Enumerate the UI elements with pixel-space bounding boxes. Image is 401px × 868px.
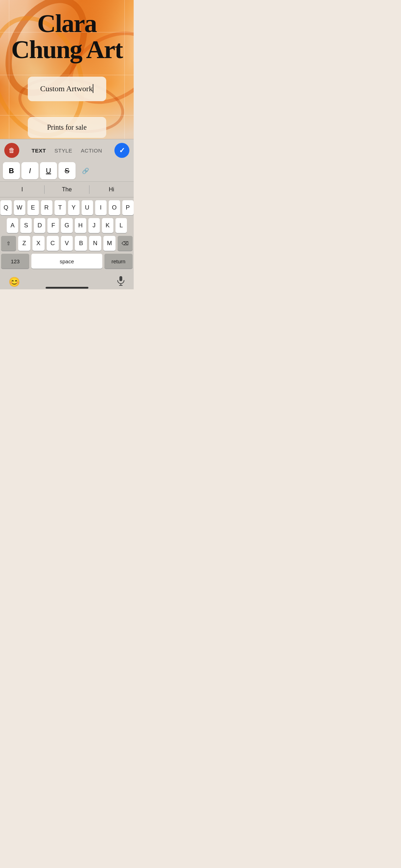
- backspace-key[interactable]: ⌫: [118, 236, 133, 251]
- key-row-1: Q W E R T Y U I O P: [1, 200, 133, 215]
- canvas-area: Clara Chung Art Custom Artwork Prints fo…: [0, 0, 134, 139]
- key-y[interactable]: Y: [68, 200, 79, 215]
- return-key[interactable]: return: [104, 254, 133, 269]
- trash-icon: 🗑: [9, 147, 15, 154]
- key-x[interactable]: X: [32, 236, 45, 251]
- shift-key[interactable]: ⇧: [1, 236, 16, 251]
- done-button[interactable]: ✓: [114, 143, 129, 158]
- toolbar-tabs: TEXT STYLE ACTION: [22, 148, 112, 154]
- keyboard: Q W E R T Y U I O P A S D F G H J K L ⇧ …: [0, 197, 134, 273]
- key-r[interactable]: R: [41, 200, 52, 215]
- key-j[interactable]: J: [88, 218, 100, 233]
- prints-card[interactable]: Prints for sale: [28, 117, 106, 138]
- key-d[interactable]: D: [34, 218, 45, 233]
- checkmark-icon: ✓: [119, 146, 125, 155]
- key-f[interactable]: F: [47, 218, 59, 233]
- key-p[interactable]: P: [122, 200, 134, 215]
- key-s[interactable]: S: [20, 218, 32, 233]
- delete-button[interactable]: 🗑: [4, 143, 19, 158]
- microphone-icon: [117, 276, 125, 286]
- tab-action[interactable]: ACTION: [81, 148, 102, 154]
- title-line1: Clara: [0, 11, 134, 36]
- key-z[interactable]: Z: [18, 236, 30, 251]
- tab-text[interactable]: TEXT: [31, 148, 46, 154]
- key-i[interactable]: I: [95, 200, 107, 215]
- key-b[interactable]: B: [75, 236, 87, 251]
- key-q[interactable]: Q: [0, 200, 12, 215]
- microphone-button[interactable]: [117, 276, 125, 288]
- home-indicator: [46, 287, 88, 289]
- key-row-3: ⇧ Z X C V B N M ⌫: [1, 236, 133, 251]
- predictive-bar: I The Hi: [0, 182, 134, 197]
- key-m[interactable]: M: [103, 236, 115, 251]
- key-w[interactable]: W: [14, 200, 25, 215]
- key-o[interactable]: O: [109, 200, 120, 215]
- prints-text: Prints for sale: [47, 123, 87, 131]
- key-k[interactable]: K: [102, 218, 113, 233]
- underline-button[interactable]: U: [40, 162, 57, 179]
- title-line2: Chung Art: [0, 36, 134, 63]
- svg-rect-0: [119, 276, 122, 281]
- link-button[interactable]: 🔗: [77, 162, 94, 179]
- key-e[interactable]: E: [27, 200, 39, 215]
- tab-style[interactable]: STYLE: [55, 148, 72, 154]
- key-n[interactable]: N: [89, 236, 101, 251]
- key-a[interactable]: A: [7, 218, 18, 233]
- predictive-item-3[interactable]: Hi: [89, 186, 134, 193]
- strikethrough-button[interactable]: S: [58, 162, 76, 179]
- key-h[interactable]: H: [75, 218, 86, 233]
- emoji-button[interactable]: 😊: [9, 277, 20, 288]
- format-bar: B I U S 🔗: [0, 161, 134, 182]
- italic-button[interactable]: I: [21, 162, 38, 179]
- editor-toolbar: 🗑 TEXT STYLE ACTION ✓: [0, 139, 134, 161]
- key-t[interactable]: T: [55, 200, 66, 215]
- predictive-item-1[interactable]: I: [0, 186, 44, 193]
- key-c[interactable]: C: [47, 236, 59, 251]
- key-v[interactable]: V: [61, 236, 73, 251]
- key-u[interactable]: U: [82, 200, 93, 215]
- bold-button[interactable]: B: [3, 162, 20, 179]
- key-row-4: 123 space return: [1, 254, 133, 269]
- key-row-2: A S D F G H J K L: [1, 218, 133, 233]
- key-l[interactable]: L: [115, 218, 127, 233]
- space-key[interactable]: space: [31, 254, 102, 269]
- custom-artwork-card[interactable]: Custom Artwork: [28, 77, 106, 101]
- custom-artwork-text[interactable]: Custom Artwork: [40, 84, 93, 93]
- numbers-key[interactable]: 123: [1, 254, 29, 269]
- title-block: Clara Chung Art: [0, 11, 134, 63]
- bottom-bar: 😊: [0, 273, 134, 289]
- predictive-item-2[interactable]: The: [45, 186, 89, 193]
- key-g[interactable]: G: [61, 218, 72, 233]
